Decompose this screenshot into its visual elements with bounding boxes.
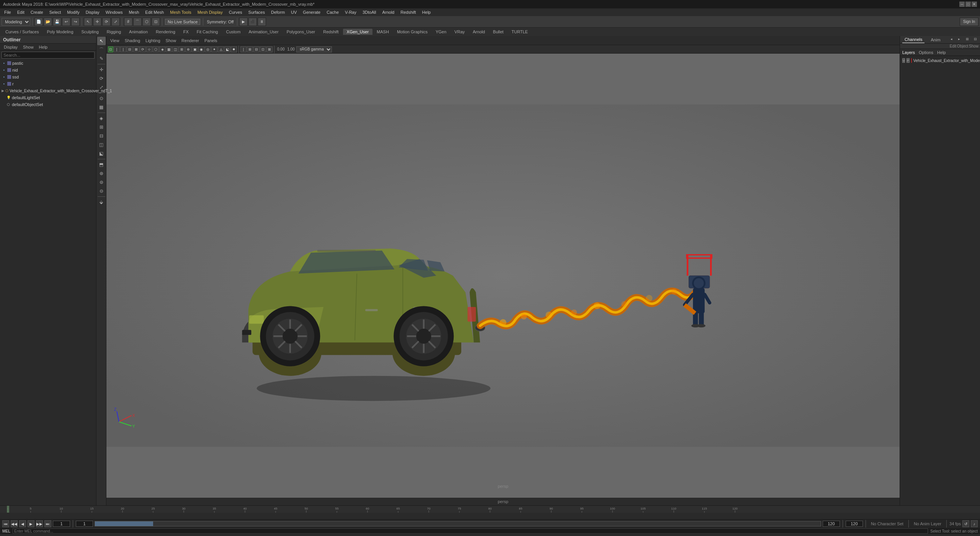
save-file-btn[interactable]: 💾	[53, 18, 61, 26]
workspace-dropdown[interactable]: Modeling	[2, 18, 30, 26]
tab-polygons-user[interactable]: Polygons_User	[283, 29, 319, 35]
tab-anim[interactable]: Anim	[928, 37, 942, 43]
tool-btn-j[interactable]: ⬙	[97, 198, 106, 206]
vp-show-menu[interactable]: Show	[163, 38, 179, 44]
vp-icon-3[interactable]: ⊟	[127, 46, 133, 52]
outliner-item-default-light-set[interactable]: 💡 defaultLightSet	[0, 94, 96, 101]
menu-mesh-display[interactable]: Mesh Display	[195, 9, 225, 15]
tab-animation-user[interactable]: Animation_User	[245, 29, 282, 35]
outliner-display[interactable]: Display	[2, 44, 20, 50]
vp-icon-7[interactable]: ⬡	[153, 46, 159, 52]
no-live-surface-badge[interactable]: No Live Surface	[165, 19, 200, 25]
scale-tool-btn[interactable]: ⤢	[111, 18, 120, 26]
current-frame-input[interactable]	[53, 521, 70, 527]
mel-input[interactable]	[13, 528, 928, 534]
tool-btn-a[interactable]: ◈	[97, 114, 106, 123]
snap-grid-btn[interactable]: #	[124, 18, 132, 26]
range-start-input[interactable]	[76, 521, 93, 527]
menu-edit[interactable]: Edit	[15, 9, 27, 15]
channel-row-vehicle[interactable]: V P Vehicle_Exhaust_Extractor_with_Moder…	[902, 57, 978, 64]
menu-vray[interactable]: V-Ray	[342, 9, 359, 15]
menu-surfaces[interactable]: Surfaces	[246, 9, 268, 15]
menu-display[interactable]: Display	[83, 9, 102, 15]
menu-mesh-tools[interactable]: Mesh Tools	[167, 9, 194, 15]
open-file-btn[interactable]: 📂	[44, 18, 52, 26]
snap-point-btn[interactable]: ⬡	[142, 18, 151, 26]
tab-fit-caching[interactable]: Fit Caching	[193, 29, 222, 35]
tab-fx[interactable]: FX	[180, 29, 193, 35]
tab-custom[interactable]: Custom	[222, 29, 244, 35]
tab-mash[interactable]: MASH	[373, 29, 393, 35]
menu-deform[interactable]: Deform	[268, 9, 287, 15]
tab-vray[interactable]: VRay	[451, 29, 469, 35]
vp-lighting-menu[interactable]: Lighting	[143, 38, 163, 44]
tool-btn-g[interactable]: ⊛	[97, 169, 106, 178]
menu-curves[interactable]: Curves	[226, 9, 245, 15]
goto-last-btn[interactable]: ⏭	[44, 520, 51, 527]
menu-uv[interactable]: UV	[288, 9, 299, 15]
play-fwd-btn[interactable]: ▶	[28, 520, 34, 527]
move-tool-btn[interactable]: ✛	[93, 18, 101, 26]
playback-toggle[interactable]: P	[906, 58, 909, 63]
maximize-button[interactable]: □	[965, 2, 971, 7]
vp-icon-5[interactable]: ⟳	[140, 46, 146, 52]
end-frame-input[interactable]	[846, 521, 863, 527]
tab-motion-graphics[interactable]: Motion Graphics	[393, 29, 431, 35]
outliner-show[interactable]: Show	[21, 44, 36, 50]
tool-btn-h[interactable]: ⊜	[97, 178, 106, 186]
right-panel-icon-1[interactable]: ◂	[951, 37, 954, 42]
tab-rigging[interactable]: Rigging	[103, 29, 125, 35]
tool-btn-b[interactable]: ⊞	[97, 123, 106, 131]
tab-rendering[interactable]: Rendering	[152, 29, 179, 35]
vp-icon-11[interactable]: ⊞	[179, 46, 185, 52]
goto-first-btn[interactable]: ⏮	[2, 520, 9, 527]
undo-btn[interactable]: ↩	[62, 18, 70, 26]
menu-help[interactable]: Help	[420, 9, 434, 15]
menu-redshift[interactable]: Redshift	[398, 9, 418, 15]
vp-icon-15[interactable]: ◎	[205, 46, 211, 52]
camera-icon[interactable]: ⊡	[108, 46, 113, 52]
move-tool-icon[interactable]: ✛	[97, 65, 106, 74]
menu-mesh[interactable]: Mesh	[126, 9, 142, 15]
menu-3dtoall[interactable]: 3DtoAll	[360, 9, 379, 15]
tab-turtle[interactable]: TURTLE	[508, 29, 532, 35]
tool-btn-d[interactable]: ◫	[97, 141, 106, 149]
menu-edit-mesh[interactable]: Edit Mesh	[142, 9, 167, 15]
component-icon[interactable]: ▦	[97, 103, 106, 111]
select-tool-btn[interactable]: ↖	[84, 18, 92, 26]
close-button[interactable]: ✕	[972, 2, 977, 7]
render-btn[interactable]: ▶	[239, 18, 248, 26]
outliner-help[interactable]: Help	[37, 44, 50, 50]
menu-generate[interactable]: Generate	[300, 9, 323, 15]
outliner-item-vehicle-group[interactable]: ▶ ⬡ Vehicle_Exhaust_Extractor_with_Moder…	[0, 87, 96, 94]
sign-in-button[interactable]: Sign In	[960, 18, 978, 26]
gamma-dropdown[interactable]: sRGB gamma	[296, 46, 332, 52]
step-fwd-btn[interactable]: ▶▶	[36, 520, 43, 527]
outliner-item-ssd[interactable]: ▪ ssd	[0, 74, 96, 80]
tab-arnold[interactable]: Arnold	[469, 29, 489, 35]
vp-icon-23[interactable]: ⊡	[260, 46, 266, 52]
vp-icon-10[interactable]: ◫	[172, 46, 178, 52]
tool-btn-c[interactable]: ⊟	[97, 132, 106, 140]
vp-icon-18[interactable]: ⬕	[224, 46, 230, 52]
tab-channels[interactable]: Channels	[902, 36, 924, 43]
menu-cache[interactable]: Cache	[324, 9, 341, 15]
tab-xgen-user[interactable]: XGen_User	[343, 29, 372, 35]
vp-icon-2[interactable]: |	[120, 46, 126, 52]
vp-icon-1[interactable]: |	[114, 46, 120, 52]
tool-btn-e[interactable]: ⬕	[97, 149, 106, 158]
new-file-btn[interactable]: 📄	[34, 18, 43, 26]
play-back-btn[interactable]: ◀	[19, 520, 26, 527]
visibility-toggle[interactable]: V	[902, 58, 905, 63]
viewport-canvas[interactable]: X Y Z persp	[106, 54, 900, 498]
menu-select[interactable]: Select	[47, 9, 64, 15]
tool-btn-i[interactable]: ⊝	[97, 187, 106, 195]
outliner-item-nid[interactable]: ▪ nid	[0, 67, 96, 74]
menu-windows[interactable]: Windows	[103, 9, 126, 15]
tab-bullet[interactable]: Bullet	[489, 29, 508, 35]
vp-panels-menu[interactable]: Panels	[202, 38, 220, 44]
tab-redshift[interactable]: Redshift	[319, 29, 342, 35]
sub-tab-layers[interactable]: Layers	[902, 50, 915, 55]
vp-icon-12[interactable]: ⊛	[185, 46, 191, 52]
soft-select-icon[interactable]: ⊙	[97, 94, 106, 103]
